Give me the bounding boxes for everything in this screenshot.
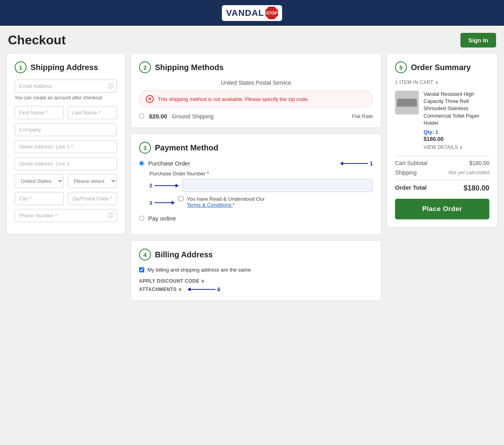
email-field[interactable] [15,80,117,93]
street2-field[interactable] [15,157,117,170]
po-required-star: * [207,171,209,177]
logo-stop-icon: STOP [265,7,278,19]
po-input-row: 2 [149,179,373,192]
shipping-error-text: This shipping method is not available. P… [158,96,309,102]
phone-wrapper: ⓘ [15,209,117,222]
header: VANDAL STOP [0,0,504,26]
page-title-area: Checkout Sign In [0,26,504,53]
arrow-4-num: 4 [217,286,220,293]
phone-field[interactable] [15,209,117,222]
ground-shipping-type: Flat Rate [352,113,373,119]
purchase-order-row: Purchase Order 1 [139,160,373,167]
company-field[interactable] [15,123,117,136]
po-number-label: Purchase Order Number * [149,171,373,177]
order-total-label: Order Total [395,184,427,192]
billing-same-checkbox[interactable] [139,267,144,272]
sign-in-button[interactable]: Sign In [460,33,496,48]
email-info-icon: ⓘ [108,83,114,90]
pay-online-option: Pay online [139,215,373,222]
account-hint: You can create an account after checkout… [15,95,117,101]
arrow-2-line [155,185,178,186]
view-details-toggle[interactable]: VIEW DETAILS ∨ [424,145,489,150]
attachments-toggle[interactable]: ATTACHMENTS ∨ [139,287,182,292]
shipping-not-calculated: Not yet calculated [449,169,489,176]
arrow-2-head [176,184,179,188]
arrow-3-line [155,202,174,203]
arrow-3-num: 3 [149,200,152,206]
product-row: Vandal Resistant High Capacity Three Rol… [395,91,489,150]
country-select[interactable]: United States [15,174,64,188]
shipping-summary-label: Shipping [395,169,417,176]
po-section: Purchase Order Number * 2 3 [149,171,373,209]
view-details-chevron-icon: ∨ [459,145,463,150]
ground-shipping-radio[interactable] [139,114,144,119]
ground-shipping-price: $20.00 [149,113,167,120]
arrow-1-head [340,162,343,165]
order-total-value: $180.00 [464,184,489,192]
order-summary-header: 5 Order Summary [395,61,489,73]
payment-method-header: 3 Payment Method [139,142,373,154]
step-2-circle: 2 [139,61,151,73]
step-5-circle: 5 [395,61,407,73]
middle-column: 2 Shipping Methods United States Postal … [131,53,381,301]
main-content: 1 Shipping Address ⓘ You can create an a… [0,53,504,309]
billing-same-row: My billing and shipping address are the … [139,267,373,273]
cart-chevron-icon: ∧ [435,80,439,85]
shipping-address-title: Shipping Address [31,63,98,72]
shipping-address-section: 1 Shipping Address ⓘ You can create an a… [6,53,125,234]
shipping-address-card: 1 Shipping Address ⓘ You can create an a… [6,53,125,234]
billing-address-title: Billing Address [155,250,213,259]
terms-checkbox[interactable] [178,196,183,201]
street1-field[interactable] [15,140,117,153]
arrow-4-line [188,289,216,290]
product-price: $180.00 [424,136,489,142]
purchase-order-option: Purchase Order [139,160,337,167]
first-name-field[interactable] [15,106,64,119]
state-select[interactable]: Please select a reg [68,174,117,188]
payment-method-card: 3 Payment Method Purchase Order 1 [131,133,381,235]
last-name-field[interactable] [68,106,117,119]
step-4-circle: 4 [139,249,151,261]
step-1-circle: 1 [15,61,27,73]
billing-same-label: My billing and shipping address are the … [147,267,251,273]
discount-chevron-icon: ∨ [201,278,205,284]
payment-method-title: Payment Method [155,143,218,152]
pay-online-label: Pay online [148,215,176,222]
city-zip-row [15,192,117,205]
terms-link[interactable]: Terms & Conditions [187,202,233,208]
place-order-button[interactable]: Place Order [395,199,489,219]
arrow-1-annotation: 1 [340,160,373,167]
pay-online-radio[interactable] [139,216,144,221]
logo: VANDAL STOP [222,5,282,21]
product-name: Vandal Resistant High Capacity Three Rol… [424,91,489,127]
summary-divider [395,156,489,156]
terms-row-wrapper: 3 You have Read & Understood Our Terms &… [149,196,373,209]
po-number-input[interactable] [182,179,373,192]
page-title: Checkout [8,33,66,48]
shipping-address-header: 1 Shipping Address [15,61,117,73]
arrow-3-head [172,201,175,205]
error-x-icon: ✕ [146,95,154,103]
attachments-chevron-icon: ∨ [178,287,182,292]
arrow-1-num: 1 [370,160,373,167]
billing-address-card: 4 Billing Address My billing and shippin… [131,240,381,301]
terms-text: You have Read & Understood Our Terms & C… [187,196,265,208]
shipping-methods-header: 2 Shipping Methods [139,61,373,73]
arrow-2-num: 2 [149,183,152,188]
order-summary-title: Order Summary [411,63,471,72]
purchase-order-radio[interactable] [139,161,144,166]
product-img-shape [397,99,417,106]
ground-shipping-name: Ground Shipping [172,113,347,120]
cart-subtotal-row: Cart Subtotal $180.00 [395,160,489,166]
arrow-1-line [340,163,368,164]
shipping-row: Shipping Not yet calculated [395,169,489,176]
city-field[interactable] [15,192,64,205]
zip-field[interactable] [68,192,117,205]
name-row [15,106,117,119]
shipping-methods-card: 2 Shipping Methods United States Postal … [131,53,381,128]
email-wrapper: ⓘ [15,80,117,93]
apply-discount-toggle[interactable]: APPLY DISCOUNT CODE ∨ [139,278,373,284]
step-3-circle: 3 [139,142,151,154]
street2-group [15,157,117,170]
company-group [15,123,117,136]
